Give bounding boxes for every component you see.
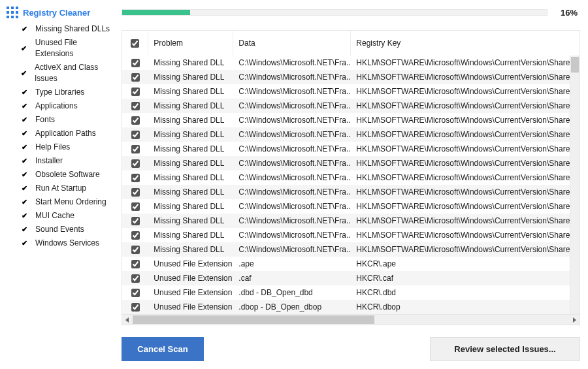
cancel-scan-button[interactable]: Cancel Scan [122, 337, 203, 361]
vertical-scrollbar[interactable] [570, 56, 580, 314]
header-problem[interactable]: Problem [148, 31, 233, 56]
header-select-all[interactable] [122, 31, 148, 56]
row-checkbox-cell[interactable] [122, 145, 148, 153]
table-row[interactable]: Unused File Extension.apeHKCR\.ape [122, 257, 580, 271]
row-checkbox-cell[interactable] [122, 159, 148, 168]
row-checkbox-cell[interactable] [122, 202, 148, 211]
row-checkbox[interactable] [131, 145, 140, 153]
sidebar-category-item[interactable]: ✔Applications [7, 99, 116, 113]
sidebar-category-item[interactable]: ✔Obsolete Software [7, 168, 116, 182]
sidebar-category-item[interactable]: ✔Start Menu Ordering [7, 195, 116, 209]
row-checkbox[interactable] [131, 202, 140, 211]
row-checkbox-cell[interactable] [122, 274, 148, 283]
table-row[interactable]: Unused File Extension.cafHKCR\.caf [122, 271, 580, 285]
table-row[interactable]: Missing Shared DLLC:\Windows\Microsoft.N… [122, 185, 580, 199]
row-checkbox[interactable] [131, 174, 140, 182]
sidebar-category-item[interactable]: ✔Missing Shared DLLs [7, 22, 116, 36]
row-checkbox[interactable] [131, 88, 140, 96]
review-issues-button[interactable]: Review selected Issues... [430, 337, 580, 361]
row-checkbox-cell[interactable] [122, 116, 148, 125]
sidebar-category-item[interactable]: ✔Windows Services [7, 236, 116, 250]
table-row[interactable]: Unused File Extension.dbd - DB_Open_dbdH… [122, 285, 580, 300]
table-header-row: Problem Data Registry Key [122, 31, 580, 56]
table-row[interactable]: Missing Shared DLLC:\Windows\Microsoft.N… [122, 56, 580, 70]
check-icon: ✔ [20, 183, 29, 194]
row-checkbox[interactable] [131, 260, 140, 268]
row-checkbox-cell[interactable] [122, 246, 148, 254]
row-checkbox-cell[interactable] [122, 73, 148, 82]
row-checkbox-cell[interactable] [122, 231, 148, 240]
header-registry-key[interactable]: Registry Key [351, 31, 580, 56]
header-data[interactable]: Data [233, 31, 351, 56]
table-row[interactable]: Missing Shared DLLC:\Windows\Microsoft.N… [122, 127, 580, 142]
table-row[interactable]: Missing Shared DLLC:\Windows\Microsoft.N… [122, 142, 580, 156]
row-checkbox[interactable] [131, 188, 140, 197]
svg-rect-0 [7, 7, 9, 9]
table-row[interactable]: Missing Shared DLLC:\Windows\Microsoft.N… [122, 242, 580, 257]
row-checkbox-cell[interactable] [122, 217, 148, 225]
select-all-checkbox[interactable] [131, 39, 139, 48]
sidebar-category-item[interactable]: ✔MUI Cache [7, 209, 116, 223]
scroll-right-arrow[interactable] [569, 315, 580, 325]
category-list: ✔Missing Shared DLLs✔Unused File Extensi… [7, 22, 116, 250]
horizontal-scrollbar[interactable] [122, 314, 580, 325]
table-row[interactable]: Missing Shared DLLC:\Windows\Microsoft.N… [122, 84, 580, 99]
cell-problem: Missing Shared DLL [148, 58, 233, 67]
table-row[interactable]: Missing Shared DLLC:\Windows\Microsoft.N… [122, 113, 580, 127]
row-checkbox-cell[interactable] [122, 303, 148, 312]
table-row[interactable]: Missing Shared DLLC:\Windows\Microsoft.N… [122, 99, 580, 113]
vertical-scroll-thumb[interactable] [571, 57, 579, 72]
sidebar-category-item[interactable]: ✔Run At Startup [7, 182, 116, 195]
table-row[interactable]: Missing Shared DLLC:\Windows\Microsoft.N… [122, 199, 580, 214]
row-checkbox[interactable] [131, 159, 140, 168]
sidebar-category-item[interactable]: ✔Application Paths [7, 127, 116, 140]
row-checkbox[interactable] [131, 303, 140, 312]
table-row[interactable]: Missing Shared DLLC:\Windows\Microsoft.N… [122, 228, 580, 242]
cell-problem: Missing Shared DLL [148, 231, 233, 240]
row-checkbox[interactable] [131, 231, 140, 240]
row-checkbox-cell[interactable] [122, 188, 148, 197]
cell-data: C:\Windows\Microsoft.NET\Fra... [233, 116, 351, 125]
cell-data: C:\Windows\Microsoft.NET\Fra... [233, 216, 351, 225]
sidebar-category-item[interactable]: ✔Fonts [7, 113, 116, 127]
scroll-track[interactable] [133, 315, 569, 325]
progress-fill [122, 10, 190, 15]
row-checkbox-cell[interactable] [122, 131, 148, 139]
sidebar-category-label: Missing Shared DLLs [35, 24, 110, 35]
cell-problem: Missing Shared DLL [148, 130, 233, 139]
row-checkbox[interactable] [131, 246, 140, 254]
cell-problem: Missing Shared DLL [148, 202, 233, 211]
check-icon: ✔ [20, 101, 29, 112]
row-checkbox-cell[interactable] [122, 88, 148, 96]
table-row[interactable]: Missing Shared DLLC:\Windows\Microsoft.N… [122, 214, 580, 228]
table-row[interactable]: Unused File Extension.dbop - DB_Open_dbo… [122, 300, 580, 314]
row-checkbox[interactable] [131, 102, 140, 110]
row-checkbox-cell[interactable] [122, 260, 148, 268]
sidebar-category-item[interactable]: ✔ActiveX and Class Issues [7, 61, 116, 86]
sidebar-category-item[interactable]: ✔Unused File Extensions [7, 36, 116, 61]
horizontal-scroll-thumb[interactable] [133, 315, 374, 324]
row-checkbox[interactable] [131, 116, 140, 125]
sidebar-category-item[interactable]: ✔Sound Events [7, 223, 116, 236]
row-checkbox-cell[interactable] [122, 102, 148, 110]
row-checkbox[interactable] [131, 73, 140, 82]
scroll-left-arrow[interactable] [122, 315, 133, 325]
row-checkbox[interactable] [131, 289, 140, 297]
sidebar-category-item[interactable]: ✔Type Libraries [7, 86, 116, 99]
sidebar-header[interactable]: Registry Cleaner [7, 7, 116, 18]
row-checkbox[interactable] [131, 274, 140, 283]
table-row[interactable]: Missing Shared DLLC:\Windows\Microsoft.N… [122, 70, 580, 84]
sidebar-category-item[interactable]: ✔Installer [7, 154, 116, 168]
check-icon: ✔ [20, 155, 29, 167]
row-checkbox[interactable] [131, 217, 140, 225]
row-checkbox[interactable] [131, 131, 140, 139]
sidebar-category-item[interactable]: ✔Help Files [7, 140, 116, 154]
row-checkbox[interactable] [131, 59, 140, 67]
row-checkbox-cell[interactable] [122, 59, 148, 67]
table-row[interactable]: Missing Shared DLLC:\Windows\Microsoft.N… [122, 156, 580, 170]
table-row[interactable]: Missing Shared DLLC:\Windows\Microsoft.N… [122, 170, 580, 185]
progress-track [122, 9, 547, 16]
sidebar-category-label: ActiveX and Class Issues [35, 62, 116, 84]
row-checkbox-cell[interactable] [122, 174, 148, 182]
row-checkbox-cell[interactable] [122, 289, 148, 297]
